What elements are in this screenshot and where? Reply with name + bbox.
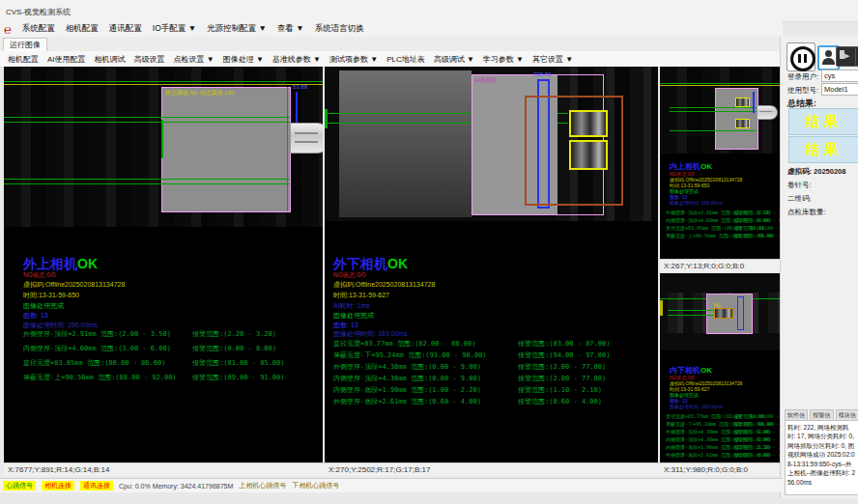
menu-view[interactable]: 查看 ▼ — [277, 23, 304, 35]
barcode-text: 虚拟码:Offline2025020813134728 — [333, 280, 435, 290]
measurement-row: 外侧壁厚-顶段=4.38mm 范围:(0.00 - 9.00) — [333, 362, 481, 372]
menu-camera-config[interactable]: 相机配置 — [66, 23, 99, 35]
lower-camera-heartbeat[interactable]: 下相机心跳信号 — [292, 481, 339, 490]
login-user-value[interactable]: cys — [821, 70, 858, 82]
camera-panel-outer-upper[interactable]: 静态阈值:93, 动态阈值:100 53.88 外上相机OK NG状态:0/0 … — [4, 67, 323, 462]
result-badge-2: 结果 — [788, 136, 858, 163]
camera-connect-badge: 相机连接 — [42, 481, 74, 490]
camera-image-inner-lower[interactable]: NG — [660, 273, 783, 350]
tool-ai-config[interactable]: AI使用配置 — [47, 54, 86, 65]
alarm-range: 报警范围:(81.00 - 85.00) — [192, 358, 284, 368]
frame-count-text: 图数: 13 — [23, 311, 48, 321]
app-logo-icon: ℮ — [4, 23, 12, 36]
tool-other-settings[interactable]: 其它设置 ▼ — [532, 54, 573, 65]
menu-system-config[interactable]: 系统配置 — [22, 23, 55, 35]
comm-connect-badge: 通讯连接 — [80, 481, 113, 490]
measurement-row: 外侧壁厚-顶段=2.91mm 范围:(2.00 - 3.50) — [23, 329, 171, 339]
result-ok-badge: OK — [387, 256, 408, 271]
alarm-range: 报警范围:(0.00 - 8.00) — [192, 344, 276, 353]
cpu-memory-text: Cpu: 0.0% Memory: 3424.41796875M — [119, 483, 233, 490]
exit-button[interactable]: ▶ — [836, 46, 856, 67]
barcode-text: 虚拟码:Offline2025020813134728 — [23, 280, 125, 290]
process-time-text: 图像处理时间: 183.00ms — [333, 329, 408, 339]
result-ok-badge: OK — [701, 366, 712, 375]
app-window: CVS-视觉检测系统 ℮ 系统配置 相机配置 通讯配置 IO手配置 ▼ 光源控制… — [0, 0, 858, 504]
camera-image-outer-upper[interactable]: 静态阈值:93, 动态阈值:100 53.88 — [4, 67, 323, 227]
upper-camera-heartbeat[interactable]: 上相机心跳信号 — [239, 481, 286, 490]
alarm-range: 报警范围:(89.00 - 91.00) — [733, 233, 783, 238]
camera-panel-outer-lower[interactable]: AI检测区 728.80 外下相机OK NG状态:0/0 虚拟码:Offline… — [325, 67, 658, 462]
measurement-row: 屏蔽宽度-上=90.56mm 范围:(88.00 - 92.00) — [23, 373, 177, 382]
qr-field-label: 二维码: — [787, 194, 812, 204]
tool-advanced-settings[interactable]: 高级设置 — [134, 54, 165, 65]
model-label: 使用型号: — [787, 86, 818, 96]
camera-image-outer-lower[interactable]: AI检测区 728.80 — [325, 67, 658, 221]
measurement-row: 屏蔽宽度-下=95.24mm 范围:(93.00 - 98.00) — [333, 350, 487, 360]
time-text: 时间:13-31-59-650 — [23, 291, 79, 300]
camera-image-inner-upper[interactable] — [660, 67, 783, 154]
camera-panel-inner-lower[interactable]: NG 内下相机OK NG状态:0/0 虚拟码:Offline2025020813… — [660, 273, 783, 462]
camera-name: 外下相机 — [333, 256, 387, 271]
camera-name: 外上相机 — [23, 256, 77, 271]
tool-test-params[interactable]: 测试项参数 ▼ — [329, 54, 378, 65]
measure-blue-label: 53.88 — [293, 84, 307, 90]
camera-name: 内下相机 — [670, 366, 701, 375]
pause-icon — [790, 46, 815, 71]
alarm-range: 报警范围:(2.00 - 77.00) — [518, 374, 606, 383]
alarm-range: 报警范围:(0.60 - 4.00) — [518, 397, 602, 406]
alarm-range: 报警范围:(89.00 - 91.00) — [192, 373, 284, 382]
highlight-box-2 — [569, 140, 608, 170]
process-status-text: 图像处理完成 — [333, 311, 374, 321]
model-value[interactable]: Model1 — [821, 83, 858, 96]
menu-language[interactable]: 系统语言切换 — [315, 23, 364, 35]
measurement-row: 内侧壁厚-底段=1.90mm 范围:(1.00 - 2.20) — [333, 385, 481, 395]
toolbar: 相机配置 AI使用配置 相机调试 高级设置 点检设置 ▼ 图像处理 ▼ 基准线参… — [0, 51, 786, 68]
barcode-field-label: 虚拟码: 20250208 — [787, 167, 845, 177]
tool-learn-params[interactable]: 学习参数 ▼ — [483, 54, 524, 65]
tool-plc-table[interactable]: PLC地址表 — [386, 54, 425, 65]
result-ok-badge: OK — [701, 162, 712, 171]
time-text: 时间:13-31-59-627 — [333, 291, 389, 300]
needle-field-label: 卷针号: — [787, 181, 812, 190]
alarm-range: 报警范围:(94.00 - 97.00) — [733, 421, 783, 427]
tab-strip: 运行图像 — [0, 37, 779, 52]
log-output[interactable]: 耗时: 222, 网络检测耗时: 17, 网络分类耗时: 0, 网络抓取分区耗时… — [785, 420, 858, 495]
stock-field-label: 点检库数量: — [787, 208, 826, 217]
ai-time-text: AI耗时: 1ms — [333, 301, 370, 311]
connector-part — [290, 123, 323, 154]
result-badge-1: 结果 — [788, 108, 858, 135]
menu-io-config[interactable]: IO手配置 ▼ — [153, 23, 196, 35]
tab-run-image[interactable]: 运行图像 — [3, 38, 47, 51]
result-ok-badge: OK — [77, 256, 98, 271]
alarm-range: 报警范围:(2.00 - 77.00) — [733, 429, 783, 434]
camera-name: 内上相机 — [670, 162, 701, 171]
tool-image-process[interactable]: 图像处理 ▼ — [223, 54, 264, 65]
alarm-range: 报警范围:(94.00 - 97.00) — [518, 350, 610, 360]
process-time-text: 图像处理时间: 256.00ms — [670, 200, 723, 206]
tool-camera-debug[interactable]: 相机调试 — [95, 54, 126, 65]
pause-button[interactable] — [786, 42, 815, 71]
alarm-range: 报警范围:(2.00 - 77.00) — [733, 436, 783, 442]
measurement-row: 内侧壁厚-顶段=4.38mm 范围:(0.00 - 9.00) — [333, 374, 481, 383]
alarm-range: 报警范围:(0.00 - 8.00) — [733, 217, 783, 223]
process-time-text: 图像处理时间: 183.00ms — [670, 404, 723, 409]
alarm-range: 报警范围:(2.20 - 3.20) — [733, 210, 783, 215]
measurement-row: 外侧壁厚-底段=2.61mm 范围:(0.60 - 4.00) — [333, 397, 481, 406]
tool-spot-check[interactable]: 点检设置 ▼ — [174, 54, 214, 65]
tool-baseline-params[interactable]: 基准线参数 ▼ — [272, 54, 321, 65]
tool-advanced-debug[interactable]: 高级调试 ▼ — [434, 54, 474, 65]
menu-bar: ℮ 系统配置 相机配置 通讯配置 IO手配置 ▼ 光源控制配置 ▼ 查看 ▼ 系… — [0, 21, 783, 37]
login-user-label: 登录用户: — [787, 72, 818, 82]
menu-comm-config[interactable]: 通讯配置 — [109, 23, 142, 35]
ai-area-label: AI检测区 — [474, 76, 498, 85]
tool-camera-config[interactable]: 相机配置 — [8, 54, 39, 65]
camera-panel-inner-upper[interactable]: 内上相机OK NG状态:0/0 虚拟码:Offline2025020813134… — [660, 67, 783, 259]
coords-bar-inner-upper: X:267;Y:13;R:0;G:0;B:0 — [660, 259, 786, 272]
product-region-box — [161, 87, 291, 212]
menu-light-config[interactable]: 光源控制配置 ▼ — [207, 23, 267, 35]
alarm-range: 报警范围:(0.60 - 4.00) — [733, 452, 783, 458]
alarm-range: 报警范围:(83.00 - 87.00) — [733, 413, 783, 419]
window-title: CVS-视觉检测系统 — [6, 7, 71, 17]
threshold-overlay-label: 静态阈值:93, 动态阈值:100 — [165, 89, 234, 98]
coords-bar-inner-lower: X:311;Y:980;R:0;G:0;B:0 — [660, 462, 786, 476]
